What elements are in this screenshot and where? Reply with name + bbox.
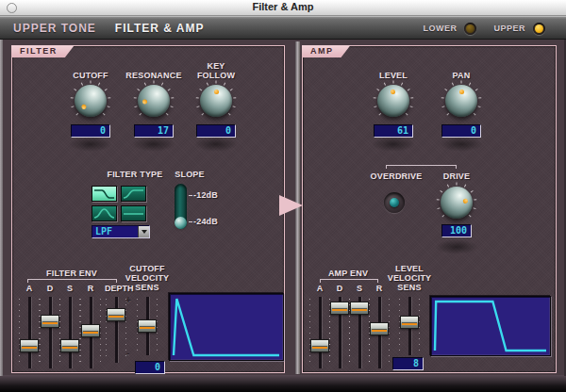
tone-select-group: LOWER UPPER bbox=[423, 23, 555, 35]
keyfollow-knob-group: KEY FOLLOW 0 bbox=[178, 57, 254, 138]
dropdown-arrow-button[interactable] bbox=[138, 226, 149, 237]
filter-env-sustain-slider[interactable]: S bbox=[58, 284, 81, 368]
titlebar[interactable]: Filter & Amp bbox=[0, 0, 566, 16]
upper-led-button[interactable] bbox=[533, 23, 545, 35]
filter-type-dropdown[interactable]: LPF bbox=[92, 225, 150, 238]
filter-type-hpf-button[interactable] bbox=[121, 186, 146, 202]
signal-flow-arrow-icon bbox=[279, 195, 303, 216]
filter-type-buttons bbox=[92, 186, 146, 221]
filter-type-bpf-button[interactable] bbox=[92, 205, 117, 221]
slope-option-24db[interactable]: -24dB bbox=[193, 217, 227, 226]
hpf-curve-icon bbox=[124, 190, 143, 198]
depth-plus-sign: + bbox=[125, 295, 131, 305]
slope-label: SLOPE bbox=[161, 170, 218, 179]
slider-handle[interactable] bbox=[138, 319, 157, 333]
amp-envelope-scope bbox=[430, 296, 551, 356]
knob-shadow bbox=[435, 239, 478, 254]
filter-env-attack-slider[interactable]: A bbox=[18, 284, 41, 368]
slope-toggle-handle[interactable] bbox=[175, 217, 187, 229]
amp-panel-tab: AMP bbox=[302, 45, 351, 57]
slider-handle[interactable] bbox=[330, 302, 349, 315]
filter-panel-tab: FILTER bbox=[11, 45, 75, 57]
cutoff-velocity-sens-slider[interactable] bbox=[136, 284, 158, 355]
amp-env-sens-value-display: 8 bbox=[392, 357, 424, 370]
pan-knob-group: PAN 0 bbox=[424, 57, 499, 138]
slider-handle[interactable] bbox=[310, 339, 329, 352]
slider-handle[interactable] bbox=[60, 339, 79, 352]
filter-type-lpf-button[interactable] bbox=[92, 186, 117, 202]
sens-slider-label bbox=[136, 284, 158, 295]
depth-minus-sign: - bbox=[126, 348, 129, 358]
overdrive-label: OVERDRIVE bbox=[358, 172, 434, 181]
drive-knob[interactable] bbox=[436, 182, 477, 223]
knob-shadow bbox=[132, 137, 175, 152]
level-knob-group: LEVEL 61 bbox=[356, 57, 431, 138]
knob-indicator-dot bbox=[462, 198, 468, 204]
knob-shadow bbox=[194, 137, 238, 152]
attack-label: A bbox=[18, 284, 41, 295]
filter-panel: FILTER CUTOFF 0 RESONANCE 17 KEY FOLLOW bbox=[11, 45, 285, 373]
level-velocity-sens-slider[interactable] bbox=[398, 284, 421, 355]
filter-env-depth-slider[interactable]: DEPTH bbox=[105, 284, 127, 363]
knob-indicator-dot bbox=[142, 100, 148, 106]
slider-handle[interactable] bbox=[20, 339, 39, 352]
slope-option-12db[interactable]: -12dB bbox=[193, 190, 227, 200]
amp-panel: AMP LEVEL 61 PAN 0 OVERDRIVE DRIVE bbox=[302, 45, 557, 373]
filter-env-sens-value-display: 0 bbox=[135, 361, 165, 374]
filter-env-release-slider[interactable]: R bbox=[79, 284, 102, 368]
slope-tick bbox=[189, 221, 192, 222]
upper-label: UPPER bbox=[493, 24, 525, 33]
level-knob[interactable] bbox=[373, 80, 414, 122]
slider-handle[interactable] bbox=[370, 322, 389, 335]
pan-value-display: 0 bbox=[441, 124, 481, 138]
level-value-display: 61 bbox=[374, 124, 413, 138]
slider-handle[interactable] bbox=[81, 324, 100, 337]
lower-led-button[interactable] bbox=[464, 23, 476, 35]
cutoff-value-display: 0 bbox=[71, 124, 110, 138]
resonance-knob[interactable] bbox=[133, 80, 175, 122]
knob-indicator-dot bbox=[390, 90, 394, 94]
keyfollow-label: KEY FOLLOW bbox=[178, 57, 254, 80]
slope-toggle[interactable] bbox=[175, 184, 187, 229]
window-bottom-bevel bbox=[0, 375, 566, 392]
slider-handle[interactable] bbox=[107, 308, 125, 321]
plugin-window: Filter & Amp UPPER TONE FILTER & AMP LOW… bbox=[0, 0, 566, 392]
knob-shadow bbox=[372, 137, 415, 152]
keyfollow-knob[interactable] bbox=[195, 80, 237, 122]
amp-env-label: AMP ENV bbox=[310, 269, 386, 278]
lower-label: LOWER bbox=[423, 24, 457, 33]
tone-label: UPPER TONE bbox=[13, 22, 96, 35]
slider-handle[interactable] bbox=[41, 315, 59, 328]
knob-shadow bbox=[440, 137, 483, 152]
slider-handle[interactable] bbox=[350, 302, 369, 315]
cutoff-knob[interactable] bbox=[70, 80, 111, 122]
release-label: R bbox=[79, 284, 102, 295]
filter-env-label: FILTER ENV bbox=[25, 269, 119, 278]
resonance-value-display: 17 bbox=[134, 124, 174, 138]
keyfollow-value-display: 0 bbox=[196, 124, 236, 138]
bpf-curve-icon bbox=[94, 209, 114, 218]
pan-knob[interactable] bbox=[441, 80, 482, 122]
overdrive-bracket bbox=[386, 165, 457, 169]
amp-env-bracket bbox=[320, 279, 378, 283]
slope-tick bbox=[189, 195, 192, 196]
overdrive-led bbox=[390, 198, 399, 207]
knob-indicator-dot bbox=[459, 90, 464, 94]
window-edge-left bbox=[0, 40, 3, 376]
sens-slider-label bbox=[398, 284, 421, 295]
slider-handle[interactable] bbox=[400, 316, 419, 329]
drive-value-display: 100 bbox=[441, 224, 472, 237]
knob-indicator-dot bbox=[214, 90, 219, 94]
filter-type-pkg-button[interactable] bbox=[121, 205, 146, 221]
chevron-down-icon bbox=[142, 230, 147, 234]
level-label: LEVEL bbox=[356, 57, 431, 80]
overdrive-button[interactable] bbox=[384, 192, 405, 213]
window-title: Filter & Amp bbox=[0, 1, 566, 12]
knob-shadow bbox=[69, 137, 112, 152]
filter-env-bracket bbox=[27, 279, 117, 283]
amp-env-release-slider[interactable]: R bbox=[368, 284, 391, 368]
filter-type-dropdown-value: LPF bbox=[92, 226, 138, 237]
pan-label: PAN bbox=[424, 57, 499, 80]
lpf-curve-icon bbox=[94, 190, 114, 198]
drive-label: DRIVE bbox=[428, 172, 485, 181]
